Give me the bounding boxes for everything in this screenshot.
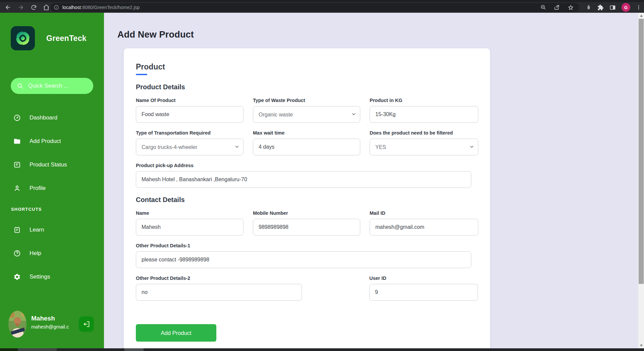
user-avatar [8, 311, 26, 338]
bookmark-star-icon[interactable] [568, 4, 574, 11]
browser-toolbar: localhost:8080/GreenTeck/home2.jsp G [0, 0, 644, 13]
max-wait-input[interactable] [253, 139, 360, 155]
field-label: Other Product Details-2 [136, 275, 302, 281]
field-transportation: Type of Transportation Required Cargo tr… [136, 130, 244, 155]
quick-search-input[interactable] [28, 83, 82, 89]
zoom-icon[interactable] [540, 4, 546, 10]
sidebar-item-label: Product Status [30, 161, 67, 168]
help-question-icon [13, 250, 21, 257]
pickup-address-input[interactable] [136, 171, 471, 188]
learn-clipboard-icon [13, 226, 21, 234]
section-contact-details: Contact Details [136, 196, 478, 204]
sidebar-item-profile[interactable]: Profile [0, 181, 104, 195]
sidebar-item-label: Add Product [30, 138, 61, 145]
folder-icon [13, 138, 21, 145]
bug-extension-icon[interactable] [586, 4, 592, 10]
other-details-2-input[interactable] [136, 284, 302, 301]
extensions-puzzle-icon[interactable] [597, 4, 604, 11]
field-contact-name: Name [136, 210, 244, 236]
field-filtered: Does the product need to be filtered YES [370, 130, 478, 155]
transportation-select[interactable]: Cargo trucks-4-wheeler [136, 139, 244, 155]
sidebar-item-label: Dashboard [30, 114, 57, 121]
logout-icon [83, 320, 90, 328]
page-scrollbar[interactable] [638, 13, 644, 348]
sidebar-item-label: Learn [30, 227, 44, 233]
name-of-product-input[interactable] [136, 106, 244, 123]
menu-kebab-icon[interactable] [636, 5, 641, 10]
reload-button[interactable] [30, 3, 38, 11]
dashboard-gauge-icon [13, 114, 21, 121]
reload-icon [31, 4, 37, 11]
sidebar-item-label: Settings [30, 273, 50, 280]
shortcuts-heading: SHORTCUTS [11, 207, 42, 212]
field-label: Type of Transportation Required [136, 130, 244, 136]
field-label: Does the product need to be filtered [370, 130, 478, 136]
contact-name-input[interactable] [136, 219, 244, 236]
tab-strip [0, 0, 644, 2]
field-label: Mail ID [370, 210, 478, 216]
field-label: Mobile Number [253, 210, 360, 216]
filtered-select[interactable]: YES [370, 139, 478, 155]
field-other1: Other Product Details-1 [136, 243, 478, 268]
page-title: Add New Product [117, 30, 644, 40]
field-label: Name Of Product [136, 98, 244, 103]
back-arrow-icon [5, 4, 11, 11]
field-product-kg: Product in KG [370, 98, 478, 123]
home-icon [43, 4, 50, 11]
scroll-down-icon[interactable] [638, 343, 644, 348]
field-address: Product pick-up Address [136, 163, 478, 188]
brand-name: GreenTeck [46, 34, 87, 43]
user-name: Mahesh [31, 315, 55, 322]
field-type-of-waste: Type of Waste Product Organic waste [253, 98, 360, 123]
forward-arrow-icon [17, 4, 24, 11]
forward-button[interactable] [17, 3, 25, 11]
field-other2: Other Product Details-2 [136, 275, 302, 301]
sidebar-item-label: Profile [30, 185, 46, 192]
product-kg-input[interactable] [370, 106, 478, 123]
mail-id-input[interactable] [370, 219, 478, 236]
taskbar-edge [0, 348, 644, 351]
sidebar-item-product-status[interactable]: Product Status [0, 158, 104, 172]
browser-profile-avatar[interactable]: G [622, 3, 630, 12]
sidebar-item-dashboard[interactable]: Dashboard [0, 111, 104, 125]
status-note-icon [13, 161, 21, 168]
field-label: User ID [369, 275, 478, 281]
field-label: Type of Waste Product [253, 98, 360, 103]
field-label: Product pick-up Address [136, 163, 478, 168]
user-id-input[interactable] [369, 284, 478, 301]
person-icon [13, 185, 21, 192]
back-button[interactable] [4, 3, 12, 11]
gear-icon [13, 273, 21, 281]
search-icon [17, 83, 23, 89]
scrollbar-thumb[interactable] [639, 19, 644, 284]
sidebar: GreenTeck Dashboard Add Product Product … [0, 13, 104, 348]
address-bar[interactable]: localhost:8080/GreenTeck/home2.jsp [50, 3, 579, 12]
share-icon[interactable] [554, 4, 560, 11]
type-of-waste-select[interactable]: Organic waste [253, 106, 360, 123]
card-title: Product [136, 62, 478, 71]
scroll-up-icon[interactable] [638, 13, 644, 18]
sidebar-item-add-product[interactable]: Add Product [0, 134, 104, 148]
other-details-1-input[interactable] [136, 251, 471, 268]
quick-search[interactable] [11, 78, 93, 94]
field-name-of-product: Name Of Product [136, 98, 244, 123]
main-content: Add New Product Product Product Details … [104, 13, 644, 348]
field-label: Other Product Details-1 [136, 243, 478, 248]
sidebar-item-label: Help [30, 250, 41, 257]
add-product-button[interactable]: Add Product [136, 324, 216, 342]
field-label: Product in KG [370, 98, 478, 103]
sidebar-item-settings[interactable]: Settings [0, 270, 104, 284]
field-mobile: Mobile Number [253, 210, 360, 236]
sidebar-item-learn[interactable]: Learn [0, 223, 104, 237]
logout-button[interactable] [79, 316, 94, 332]
sidebar-item-help[interactable]: Help [0, 246, 104, 260]
home-button[interactable] [42, 3, 50, 11]
url-text: localhost:8080/GreenTeck/home2.jsp [62, 5, 140, 10]
site-info-icon[interactable] [54, 5, 59, 10]
field-max-wait: Max wait time [253, 130, 360, 155]
title-accent-underline [136, 74, 147, 75]
user-email: mahesh@gmail.c [31, 324, 69, 330]
side-panel-icon[interactable] [609, 4, 616, 11]
section-product-details: Product Details [136, 83, 478, 91]
mobile-number-input[interactable] [253, 219, 360, 236]
